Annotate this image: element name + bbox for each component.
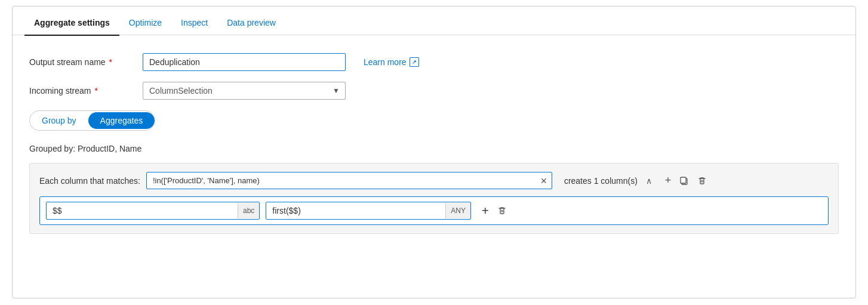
toggle-group: Group by Aggregates: [29, 110, 155, 131]
inner-delete-button[interactable]: [495, 205, 509, 217]
incoming-stream-select[interactable]: ColumnSelection: [143, 82, 346, 100]
svg-rect-1: [681, 177, 686, 183]
aggregate-field1: abc: [46, 202, 260, 220]
each-column-label: Each column that matches:: [39, 176, 140, 186]
incoming-stream-label: Incoming stream *: [29, 86, 143, 95]
column-match-input[interactable]: [146, 172, 552, 189]
content-area: Output stream name * Learn more ↗ Incomi…: [13, 35, 855, 246]
tab-data-preview[interactable]: Data preview: [217, 11, 285, 36]
learn-more-link[interactable]: Learn more ↗: [364, 57, 419, 67]
grouped-by-text: Grouped by: ProductID, Name: [29, 144, 839, 153]
main-container: Aggregate settings Optimize Inspect Data…: [12, 6, 856, 298]
aggregate-field1-tag: abc: [238, 203, 259, 218]
output-stream-label: Output stream name *: [29, 57, 143, 67]
delete-row-button[interactable]: [695, 175, 709, 187]
output-stream-name-input[interactable]: [143, 53, 346, 71]
tab-inspect[interactable]: Inspect: [171, 11, 217, 36]
tab-aggregate-settings[interactable]: Aggregate settings: [24, 11, 119, 36]
inner-aggregate-row: abc ANY +: [39, 196, 829, 225]
column-match-wrapper: ✕: [146, 172, 552, 189]
aggregate-field2-tag: ANY: [445, 203, 470, 218]
incoming-stream-select-wrapper: ColumnSelection ▼: [143, 82, 346, 100]
external-link-icon: ↗: [410, 57, 419, 67]
tab-bar: Aggregate settings Optimize Inspect Data…: [13, 7, 855, 35]
clear-icon[interactable]: ✕: [540, 176, 547, 186]
copy-row-button[interactable]: [677, 175, 691, 187]
add-row-button[interactable]: +: [663, 173, 674, 188]
tab-optimize[interactable]: Optimize: [119, 11, 171, 36]
aggregate-field2-input[interactable]: [266, 202, 445, 219]
creates-label: creates 1 column(s): [564, 176, 638, 186]
incoming-stream-row: Incoming stream * ColumnSelection ▼: [29, 82, 839, 100]
aggregate-field1-input[interactable]: [47, 202, 238, 219]
aggregates-section: Each column that matches: ✕ creates 1 co…: [29, 163, 839, 234]
group-by-button[interactable]: Group by: [30, 112, 88, 129]
aggregates-button[interactable]: Aggregates: [88, 112, 155, 129]
inner-add-button[interactable]: +: [479, 203, 491, 219]
row-actions: +: [663, 173, 710, 188]
aggregate-field2: ANY: [266, 202, 471, 220]
inner-row-actions: +: [479, 203, 509, 219]
required-star-1: *: [109, 57, 112, 67]
output-stream-row: Output stream name * Learn more ↗: [29, 53, 839, 71]
required-star-2: *: [94, 86, 97, 95]
each-column-row: Each column that matches: ✕ creates 1 co…: [39, 172, 829, 189]
expand-up-icon[interactable]: ∧: [646, 176, 652, 186]
